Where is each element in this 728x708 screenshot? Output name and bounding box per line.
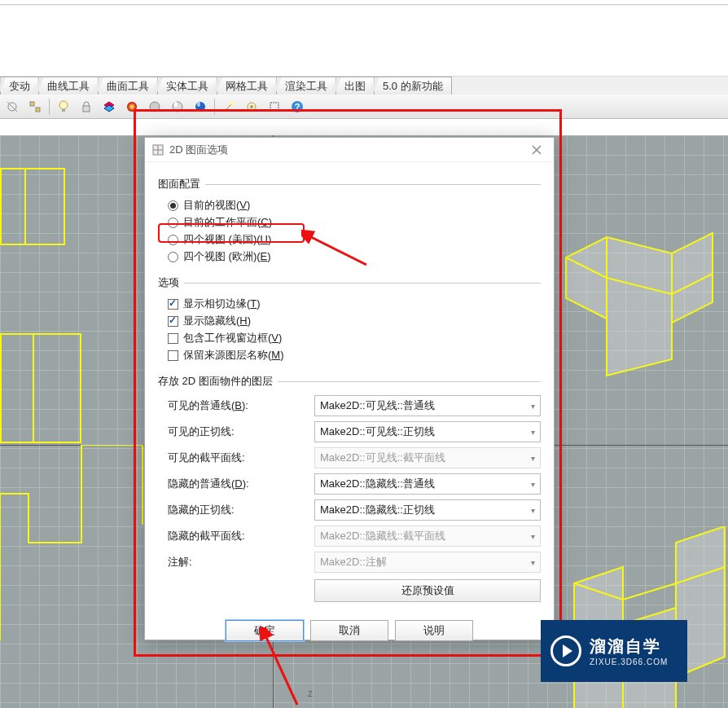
checkbox-viewport-border[interactable]: 包含工作视窗边框(V) [168, 331, 541, 345]
radio-hotkey: C [261, 216, 268, 228]
dialog-icon [151, 143, 164, 156]
layers-icon[interactable] [100, 98, 118, 116]
chevron-down-icon: ▾ [531, 506, 535, 515]
layer-label-visible-tangent: 可见的正切线: [168, 424, 314, 439]
layer-label-visible-section: 可见的截平面线: [168, 451, 314, 465]
ok-button[interactable]: 确定 [226, 620, 304, 641]
checkbox-label: 保留来源图层名称( [183, 349, 271, 361]
svg-rect-3 [36, 108, 40, 112]
checkbox-source-layer-names[interactable]: 保留来源图层名称(M) [168, 348, 541, 363]
chevron-down-icon: ▾ [531, 402, 535, 411]
shade-rendered-icon[interactable] [191, 98, 209, 116]
play-icon [550, 635, 581, 666]
wireframe-iso-top [558, 221, 728, 392]
radio-icon [168, 235, 178, 245]
svg-point-4 [59, 101, 68, 109]
magic-wand-icon[interactable] [220, 98, 238, 116]
checkbox-hotkey: H [239, 314, 247, 327]
radio-hotkey: V [239, 199, 247, 211]
close-button[interactable] [526, 141, 547, 159]
combo-visible-tangent[interactable]: Make2D::可见线::正切线▾ [314, 421, 541, 442]
layer-tail: ): [242, 399, 248, 411]
checkbox-label: 显示隐藏线( [183, 314, 239, 327]
divider [184, 283, 541, 284]
tab-mesh-tools[interactable]: 网格工具 [217, 77, 277, 95]
checkbox-hidden-lines[interactable]: 显示隐藏线(H) [168, 314, 541, 328]
wireframe-rect-1 [0, 168, 65, 245]
help-button[interactable]: 说明 [395, 620, 473, 641]
tab-render-tools[interactable]: 渲染工具 [276, 77, 336, 95]
svg-point-14 [197, 102, 200, 107]
radio-label: 目前的工作平面( [183, 216, 261, 228]
wireframe-profile-left [0, 445, 147, 706]
combo-value: Make2D::可见线::普通线 [320, 398, 435, 413]
combo-hidden-tangent[interactable]: Make2D::隐藏线::正切线▾ [314, 499, 541, 521]
material-icon[interactable] [123, 98, 141, 116]
radio-icon [168, 200, 178, 211]
explode-icon[interactable] [3, 98, 21, 116]
group-layers-label: 存放 2D 图面物件的图层 [158, 374, 273, 389]
radio-tail: ) [269, 216, 272, 228]
gears-icon[interactable] [243, 98, 261, 116]
wireframe-divider-1 [24, 168, 26, 245]
shade-ghosted-icon[interactable] [169, 98, 186, 116]
layer-label-hidden-tangent: 隐藏的正切线: [168, 503, 314, 517]
radio-four-views-us[interactable]: 四个视图 (美国)(U) [168, 232, 541, 247]
svg-point-16 [230, 102, 234, 105]
cancel-button[interactable]: 取消 [310, 620, 388, 641]
checkbox-icon [168, 316, 178, 327]
svg-point-10 [150, 102, 160, 112]
tab-new-in-5[interactable]: 5.0 的新功能 [374, 77, 452, 95]
radio-four-views-eu[interactable]: 四个视图 (欧洲)(E) [168, 249, 541, 264]
separator [214, 99, 215, 115]
combo-value: Make2D::可见线::正切线 [320, 424, 435, 439]
lightbulb-icon[interactable] [55, 98, 72, 116]
help-icon[interactable]: ? [288, 98, 306, 116]
divider [278, 381, 541, 382]
radio-tail: ) [267, 250, 270, 262]
checkbox-tail: ) [257, 297, 260, 310]
group-layout-label: 图面配置 [158, 177, 200, 191]
layer-label-hidden-normal: 隐藏的普通线( [168, 477, 235, 490]
svg-rect-5 [62, 109, 65, 112]
toolbar-tabs: 变动 曲线工具 曲面工具 实体工具 网格工具 渲染工具 出图 5.0 的新功能 [0, 77, 728, 95]
radio-icon [168, 252, 178, 262]
separator [49, 99, 50, 115]
tab-surface-tools[interactable]: 曲面工具 [98, 77, 158, 95]
watermark-logo: 溜溜自学 ZIXUE.3D66.COM [541, 620, 687, 682]
command-area[interactable] [0, 5, 728, 77]
svg-rect-19 [270, 103, 278, 111]
combo-visible-normal[interactable]: Make2D::可见线::普通线▾ [314, 395, 541, 416]
checkbox-label: 显示相切边缘( [183, 297, 250, 310]
radio-current-cplane[interactable]: 目前的工作平面(C) [168, 215, 541, 230]
divider [205, 184, 541, 185]
group-icon[interactable] [26, 98, 44, 116]
svg-point-18 [250, 105, 253, 108]
radio-label: 四个视图 (欧洲)( [183, 250, 261, 262]
checkbox-icon [168, 333, 178, 344]
radio-tail: ) [247, 199, 250, 211]
toolbar: ? [0, 95, 728, 119]
dialog-2d-drawing-options: 2D 图面选项 图面配置 目前的视图(V) 目前的工作平面(C) 四个视图 (美… [144, 137, 555, 640]
dialog-titlebar[interactable]: 2D 图面选项 [145, 138, 554, 162]
layer-hotkey: D [235, 477, 242, 490]
combo-value: Make2D::可见线::截平面线 [320, 451, 445, 465]
radio-label: 目前的视图( [183, 199, 239, 211]
combo-hidden-normal[interactable]: Make2D::隐藏线::普通线▾ [314, 473, 541, 495]
watermark-url: ZIXUE.3D66.COM [590, 657, 668, 666]
svg-rect-6 [83, 106, 90, 112]
checkbox-tangent-edges[interactable]: 显示相切边缘(T) [168, 297, 541, 311]
lock-icon[interactable] [77, 98, 95, 116]
svg-point-11 [173, 102, 182, 112]
radio-hotkey: U [261, 233, 268, 245]
radio-icon [168, 218, 178, 228]
checkbox-tail: ) [278, 332, 282, 344]
tab-curve-tools[interactable]: 曲线工具 [38, 77, 99, 95]
tab-solid-tools[interactable]: 实体工具 [157, 77, 217, 95]
group-options-label: 选项 [158, 275, 179, 290]
bounding-box-icon[interactable] [265, 98, 283, 116]
restore-defaults-button[interactable]: 还原预设值 [314, 579, 541, 602]
chevron-down-icon: ▾ [531, 558, 535, 567]
shade-flat-icon[interactable] [146, 98, 164, 116]
radio-current-view[interactable]: 目前的视图(V) [168, 198, 541, 213]
